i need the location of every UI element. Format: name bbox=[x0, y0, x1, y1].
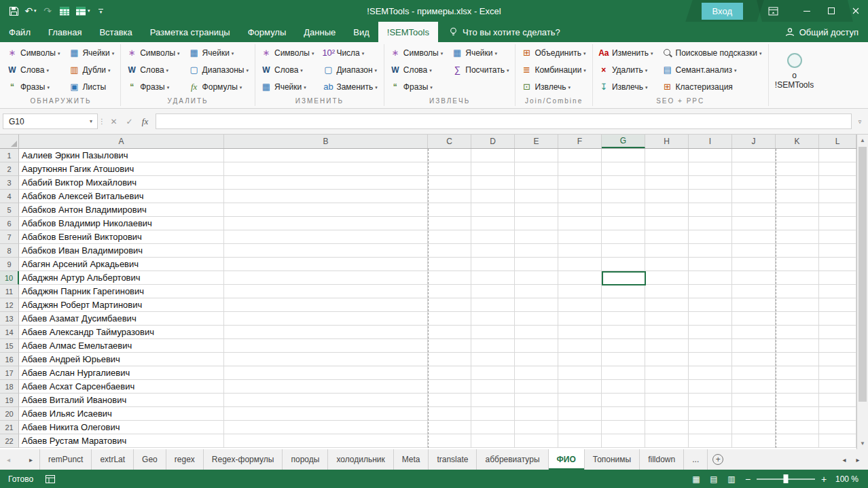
grid-cell[interactable] bbox=[224, 258, 428, 271]
minimize-button[interactable] bbox=[795, 0, 819, 22]
grid-cell[interactable] bbox=[645, 258, 689, 271]
grid-cell[interactable] bbox=[428, 230, 471, 244]
row-header-22[interactable]: 22 bbox=[0, 434, 19, 448]
zoom-in-icon[interactable]: + bbox=[816, 470, 831, 488]
grid-cell[interactable] bbox=[471, 407, 515, 421]
grid-cell[interactable] bbox=[819, 339, 856, 353]
column-header-H[interactable]: H bbox=[645, 135, 689, 148]
grid-cell[interactable] bbox=[471, 326, 515, 339]
grid-cell[interactable] bbox=[602, 407, 645, 421]
sheet-tab-translate[interactable]: translate bbox=[429, 449, 477, 470]
grid-cell[interactable] bbox=[515, 244, 558, 258]
grid-cell[interactable] bbox=[224, 203, 428, 217]
grid-cell[interactable] bbox=[689, 380, 732, 394]
cell-A20[interactable]: Абаев Ильяс Исаевич bbox=[19, 407, 224, 421]
grid-cell[interactable] bbox=[645, 326, 689, 339]
grid-cell[interactable] bbox=[471, 285, 515, 298]
grid-cell[interactable] bbox=[732, 380, 776, 394]
row-header-15[interactable]: 15 bbox=[0, 339, 19, 353]
grid-cell[interactable] bbox=[732, 230, 776, 244]
grid-cell[interactable] bbox=[471, 190, 515, 203]
grid-cell[interactable] bbox=[515, 190, 558, 203]
grid-cell[interactable] bbox=[224, 285, 428, 298]
grid-cell[interactable] bbox=[776, 394, 819, 407]
grid-cell[interactable] bbox=[558, 271, 602, 285]
grid-cell[interactable] bbox=[645, 312, 689, 326]
cell-A11[interactable]: Абаджян Парник Гарегинович bbox=[19, 285, 224, 298]
grid-cell[interactable] bbox=[224, 149, 428, 162]
redo-button[interactable]: ↷ bbox=[39, 2, 56, 20]
grid-cell[interactable] bbox=[732, 244, 776, 258]
grid-cell[interactable] bbox=[471, 394, 515, 407]
grid-cell[interactable] bbox=[428, 285, 471, 298]
grid-cell[interactable] bbox=[819, 366, 856, 380]
grid-cell[interactable] bbox=[645, 434, 689, 448]
ribbon-button-Извлечь[interactable]: ⊡Извлечь▾ bbox=[517, 78, 590, 95]
grid-cell[interactable] bbox=[428, 271, 471, 285]
grid-cell[interactable] bbox=[732, 394, 776, 407]
grid-cell[interactable] bbox=[732, 258, 776, 271]
grid-cell[interactable] bbox=[645, 380, 689, 394]
grid-cell[interactable] bbox=[558, 380, 602, 394]
grid-cell[interactable] bbox=[558, 312, 602, 326]
row-header-11[interactable]: 11 bbox=[0, 285, 19, 298]
grid-cell[interactable] bbox=[776, 190, 819, 203]
column-header-A[interactable]: A bbox=[19, 135, 224, 148]
sheet-tab-Meta[interactable]: Meta bbox=[394, 449, 429, 470]
grid-cell[interactable] bbox=[689, 326, 732, 339]
grid-cell[interactable] bbox=[689, 230, 732, 244]
grid-cell[interactable] bbox=[471, 353, 515, 366]
customize-qat-button[interactable]: ▾ bbox=[93, 2, 109, 20]
grid-cell[interactable] bbox=[515, 339, 558, 353]
row-header-19[interactable]: 19 bbox=[0, 394, 19, 407]
grid-cell[interactable] bbox=[689, 244, 732, 258]
grid-cell[interactable] bbox=[224, 434, 428, 448]
grid-cell[interactable] bbox=[428, 258, 471, 271]
grid-cell[interactable] bbox=[515, 312, 558, 326]
grid-cell[interactable] bbox=[558, 326, 602, 339]
grid-cell[interactable] bbox=[515, 380, 558, 394]
grid-cell[interactable] bbox=[224, 230, 428, 244]
sheet-tab-regex[interactable]: regex bbox=[166, 449, 204, 470]
grid-cell[interactable] bbox=[645, 407, 689, 421]
grid-cell[interactable] bbox=[428, 190, 471, 203]
sheet-tab-породы[interactable]: породы bbox=[283, 449, 328, 470]
cell-A13[interactable]: Абаев Азамат Дусимбаевич bbox=[19, 312, 224, 326]
ribbon-button-Изменить[interactable]: AaИзменить▾ bbox=[594, 44, 658, 61]
ribbon-button-Посчитать[interactable]: ∑Посчитать▾ bbox=[448, 61, 513, 78]
maximize-button[interactable] bbox=[819, 0, 844, 22]
grid-cell[interactable] bbox=[732, 407, 776, 421]
grid-cell[interactable] bbox=[732, 162, 776, 176]
grid-cell[interactable] bbox=[428, 217, 471, 230]
page-layout-view-icon[interactable]: ▤ bbox=[705, 470, 723, 488]
cancel-entry-icon[interactable]: ✕ bbox=[106, 114, 122, 129]
grid-cell[interactable] bbox=[645, 285, 689, 298]
grid-cell[interactable] bbox=[515, 298, 558, 312]
column-header-C[interactable]: C bbox=[428, 135, 471, 148]
ribbon-button-Объединить[interactable]: ⊞Объединить▾ bbox=[517, 44, 590, 61]
sheet-nav-right-icon[interactable]: ▸ bbox=[29, 456, 33, 464]
grid-cell[interactable] bbox=[602, 258, 645, 271]
grid-cell[interactable] bbox=[428, 326, 471, 339]
grid-cell[interactable] bbox=[602, 380, 645, 394]
grid-cell[interactable] bbox=[602, 339, 645, 353]
column-header-L[interactable]: L bbox=[819, 135, 856, 148]
ribbon-button-Символы[interactable]: ∗Символы▾ bbox=[122, 44, 184, 61]
grid-cell[interactable] bbox=[732, 434, 776, 448]
sheet-tab-filldown[interactable]: filldown bbox=[640, 449, 684, 470]
grid-cell[interactable] bbox=[776, 203, 819, 217]
vertical-scrollbar[interactable]: ▲ ▼ bbox=[856, 135, 868, 449]
grid-cell[interactable] bbox=[471, 244, 515, 258]
grid-cell[interactable] bbox=[689, 434, 732, 448]
cell-A8[interactable]: Абабков Иван Владимирович bbox=[19, 244, 224, 258]
grid-cell[interactable] bbox=[224, 380, 428, 394]
grid-cell[interactable] bbox=[428, 353, 471, 366]
grid-cell[interactable] bbox=[224, 244, 428, 258]
insert-function-icon[interactable]: fx bbox=[137, 114, 153, 129]
macro-record-button[interactable] bbox=[46, 475, 55, 483]
grid-cell[interactable] bbox=[471, 298, 515, 312]
grid-cell[interactable] bbox=[819, 162, 856, 176]
grid-cell[interactable] bbox=[471, 230, 515, 244]
grid-cell[interactable] bbox=[558, 285, 602, 298]
grid-cell[interactable] bbox=[428, 312, 471, 326]
